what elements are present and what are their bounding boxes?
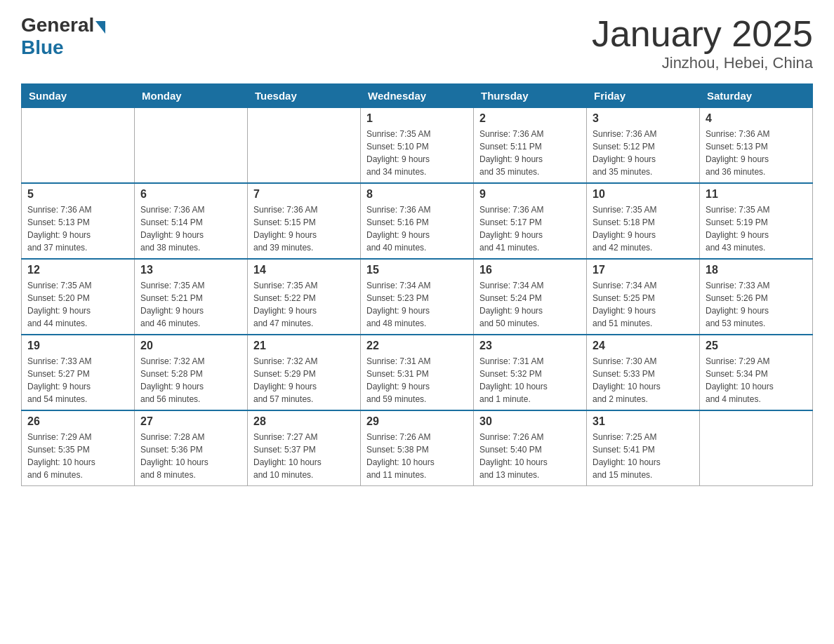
calendar-day-cell: 18Sunrise: 7:33 AMSunset: 5:26 PMDayligh… [700,259,813,335]
day-info: Sunrise: 7:36 AMSunset: 5:16 PMDaylight:… [366,203,468,254]
day-info: Sunrise: 7:36 AMSunset: 5:12 PMDaylight:… [593,128,694,178]
calendar-day-cell: 11Sunrise: 7:35 AMSunset: 5:19 PMDayligh… [700,183,813,259]
day-info: Sunrise: 7:35 AMSunset: 5:10 PMDaylight:… [366,128,468,178]
day-number: 26 [27,415,128,428]
calendar-header-row: SundayMondayTuesdayWednesdayThursdayFrid… [22,84,813,108]
location-subtitle: Jinzhou, Hebei, China [592,54,813,72]
day-number: 31 [593,415,694,428]
day-number: 16 [479,264,581,276]
day-number: 2 [479,112,581,125]
calendar-day-cell: 17Sunrise: 7:34 AMSunset: 5:25 PMDayligh… [587,259,700,335]
day-info: Sunrise: 7:36 AMSunset: 5:11 PMDaylight:… [479,128,581,178]
calendar-day-cell: 16Sunrise: 7:34 AMSunset: 5:24 PMDayligh… [474,259,587,335]
calendar-day-cell: 5Sunrise: 7:36 AMSunset: 5:13 PMDaylight… [22,183,135,259]
calendar-day-cell: 28Sunrise: 7:27 AMSunset: 5:37 PMDayligh… [248,410,361,486]
day-number: 23 [479,340,581,352]
calendar-day-cell: 21Sunrise: 7:32 AMSunset: 5:29 PMDayligh… [248,335,361,410]
calendar-day-cell [22,108,135,184]
calendar-day-cell [700,410,813,486]
calendar-day-cell: 1Sunrise: 7:35 AMSunset: 5:10 PMDaylight… [361,108,474,184]
calendar-day-cell: 27Sunrise: 7:28 AMSunset: 5:36 PMDayligh… [135,410,248,486]
day-info: Sunrise: 7:35 AMSunset: 5:20 PMDaylight:… [27,279,128,330]
day-of-week-header: Thursday [474,84,587,108]
calendar-day-cell: 13Sunrise: 7:35 AMSunset: 5:21 PMDayligh… [135,259,248,335]
day-info: Sunrise: 7:31 AMSunset: 5:31 PMDaylight:… [366,355,468,405]
title-block: January 2025 Jinzhou, Hebei, China [592,14,813,72]
calendar-week-row: 5Sunrise: 7:36 AMSunset: 5:13 PMDaylight… [22,183,813,259]
day-info: Sunrise: 7:36 AMSunset: 5:15 PMDaylight:… [253,203,355,254]
day-of-week-header: Tuesday [248,84,361,108]
day-info: Sunrise: 7:35 AMSunset: 5:19 PMDaylight:… [706,203,807,254]
day-number: 7 [253,188,355,201]
calendar-day-cell: 8Sunrise: 7:36 AMSunset: 5:16 PMDaylight… [361,183,474,259]
day-number: 13 [140,264,241,276]
calendar-week-row: 19Sunrise: 7:33 AMSunset: 5:27 PMDayligh… [22,335,813,410]
calendar-table: SundayMondayTuesdayWednesdayThursdayFrid… [21,83,813,486]
day-info: Sunrise: 7:34 AMSunset: 5:24 PMDaylight:… [479,279,581,330]
day-number: 5 [27,188,128,201]
calendar-day-cell: 24Sunrise: 7:30 AMSunset: 5:33 PMDayligh… [587,335,700,410]
day-info: Sunrise: 7:29 AMSunset: 5:35 PMDaylight:… [27,431,128,481]
day-number: 4 [706,112,807,125]
calendar-day-cell: 25Sunrise: 7:29 AMSunset: 5:34 PMDayligh… [700,335,813,410]
day-of-week-header: Saturday [700,84,813,108]
page-header: General Blue January 2025 Jinzhou, Hebei… [21,14,813,72]
calendar-day-cell: 30Sunrise: 7:26 AMSunset: 5:40 PMDayligh… [474,410,587,486]
month-title: January 2025 [592,14,813,54]
calendar-day-cell: 7Sunrise: 7:36 AMSunset: 5:15 PMDaylight… [248,183,361,259]
calendar-day-cell: 15Sunrise: 7:34 AMSunset: 5:23 PMDayligh… [361,259,474,335]
day-number: 19 [27,340,128,352]
day-number: 20 [140,340,241,352]
calendar-day-cell [135,108,248,184]
day-number: 15 [366,264,468,276]
calendar-day-cell: 2Sunrise: 7:36 AMSunset: 5:11 PMDaylight… [474,108,587,184]
day-of-week-header: Wednesday [361,84,474,108]
calendar-day-cell: 9Sunrise: 7:36 AMSunset: 5:17 PMDaylight… [474,183,587,259]
day-number: 1 [366,112,468,125]
day-info: Sunrise: 7:32 AMSunset: 5:29 PMDaylight:… [253,355,355,405]
calendar-day-cell: 12Sunrise: 7:35 AMSunset: 5:20 PMDayligh… [22,259,135,335]
logo: General Blue [21,14,105,59]
day-number: 21 [253,340,355,352]
day-number: 27 [140,415,241,428]
day-info: Sunrise: 7:31 AMSunset: 5:32 PMDaylight:… [479,355,581,405]
day-number: 30 [479,415,581,428]
day-number: 18 [706,264,807,276]
calendar-day-cell: 3Sunrise: 7:36 AMSunset: 5:12 PMDaylight… [587,108,700,184]
day-info: Sunrise: 7:33 AMSunset: 5:27 PMDaylight:… [27,355,128,405]
day-number: 8 [366,188,468,201]
calendar-day-cell: 26Sunrise: 7:29 AMSunset: 5:35 PMDayligh… [22,410,135,486]
calendar-day-cell: 14Sunrise: 7:35 AMSunset: 5:22 PMDayligh… [248,259,361,335]
calendar-week-row: 26Sunrise: 7:29 AMSunset: 5:35 PMDayligh… [22,410,813,486]
calendar-day-cell [248,108,361,184]
day-number: 12 [27,264,128,276]
day-number: 28 [253,415,355,428]
calendar-day-cell: 29Sunrise: 7:26 AMSunset: 5:38 PMDayligh… [361,410,474,486]
day-number: 17 [593,264,694,276]
day-info: Sunrise: 7:26 AMSunset: 5:40 PMDaylight:… [479,431,581,481]
day-info: Sunrise: 7:28 AMSunset: 5:36 PMDaylight:… [140,431,241,481]
calendar-day-cell: 6Sunrise: 7:36 AMSunset: 5:14 PMDaylight… [135,183,248,259]
day-number: 24 [593,340,694,352]
day-info: Sunrise: 7:26 AMSunset: 5:38 PMDaylight:… [366,431,468,481]
day-number: 25 [706,340,807,352]
logo-arrow-icon [95,21,105,34]
day-of-week-header: Monday [135,84,248,108]
calendar-day-cell: 19Sunrise: 7:33 AMSunset: 5:27 PMDayligh… [22,335,135,410]
logo-general-text: General [21,14,94,36]
day-info: Sunrise: 7:25 AMSunset: 5:41 PMDaylight:… [593,431,694,481]
calendar-day-cell: 10Sunrise: 7:35 AMSunset: 5:18 PMDayligh… [587,183,700,259]
calendar-week-row: 1Sunrise: 7:35 AMSunset: 5:10 PMDaylight… [22,108,813,184]
day-info: Sunrise: 7:35 AMSunset: 5:21 PMDaylight:… [140,279,241,330]
day-number: 22 [366,340,468,352]
day-info: Sunrise: 7:34 AMSunset: 5:25 PMDaylight:… [593,279,694,330]
calendar-day-cell: 31Sunrise: 7:25 AMSunset: 5:41 PMDayligh… [587,410,700,486]
day-info: Sunrise: 7:33 AMSunset: 5:26 PMDaylight:… [706,279,807,330]
calendar-day-cell: 22Sunrise: 7:31 AMSunset: 5:31 PMDayligh… [361,335,474,410]
day-number: 10 [593,188,694,201]
day-info: Sunrise: 7:36 AMSunset: 5:17 PMDaylight:… [479,203,581,254]
day-info: Sunrise: 7:30 AMSunset: 5:33 PMDaylight:… [593,355,694,405]
day-info: Sunrise: 7:36 AMSunset: 5:13 PMDaylight:… [27,203,128,254]
day-info: Sunrise: 7:29 AMSunset: 5:34 PMDaylight:… [706,355,807,405]
day-info: Sunrise: 7:34 AMSunset: 5:23 PMDaylight:… [366,279,468,330]
